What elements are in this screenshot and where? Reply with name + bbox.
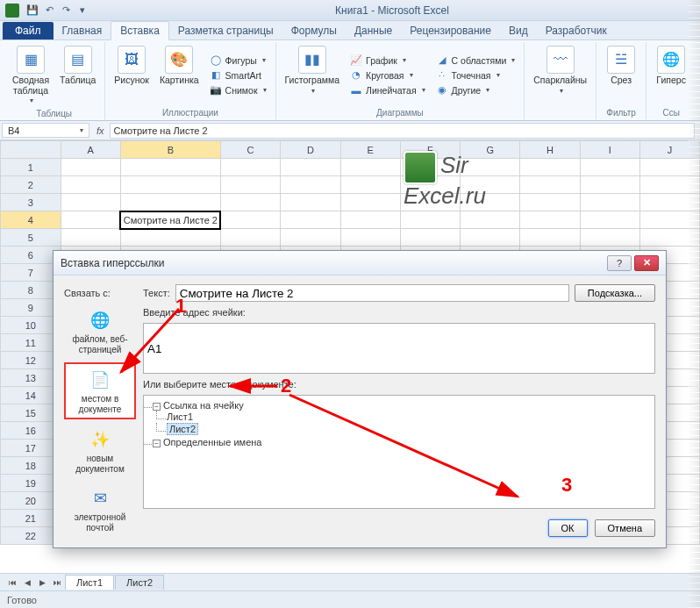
- row-header[interactable]: 22: [1, 527, 61, 545]
- cell[interactable]: [61, 159, 120, 176]
- tree-collapse-icon[interactable]: −: [153, 440, 161, 447]
- row-header[interactable]: 20: [1, 492, 61, 510]
- cell[interactable]: [580, 211, 639, 229]
- tab-formulas[interactable]: Формулы: [282, 22, 346, 39]
- cell[interactable]: [580, 194, 639, 211]
- cell[interactable]: [639, 229, 699, 247]
- column-header[interactable]: D: [281, 141, 340, 159]
- shapes-button[interactable]: ◯Фигуры▾: [206, 54, 270, 68]
- cell[interactable]: [400, 176, 460, 194]
- cell[interactable]: [400, 229, 460, 247]
- tree-sheet1[interactable]: Лист1: [167, 411, 649, 423]
- cell[interactable]: [61, 176, 120, 194]
- tree-collapse-icon[interactable]: −: [153, 403, 161, 411]
- cell[interactable]: [281, 194, 340, 211]
- tab-review[interactable]: Рецензирование: [401, 22, 500, 39]
- cell[interactable]: [61, 229, 120, 247]
- screentip-button[interactable]: Подсказка...: [575, 284, 655, 302]
- pie-chart-button[interactable]: ◔Круговая▾: [346, 68, 429, 82]
- formula-input[interactable]: Смотрите на Листе 2: [110, 123, 695, 139]
- cell[interactable]: Смотрите на Листе 2: [120, 211, 220, 229]
- cell[interactable]: [461, 194, 520, 211]
- tree-defined-names[interactable]: −Определенные имена: [153, 436, 649, 448]
- row-header[interactable]: 7: [1, 264, 61, 282]
- tab-view[interactable]: Вид: [500, 22, 537, 39]
- nav-place-in-doc[interactable]: 📄 местом в документе: [64, 362, 136, 419]
- cell[interactable]: [220, 159, 280, 176]
- picture-button[interactable]: 🖼 Рисунок: [111, 44, 153, 106]
- sheet-nav-next[interactable]: ▶: [35, 576, 49, 590]
- save-icon[interactable]: 💾: [25, 4, 39, 18]
- cell[interactable]: [281, 229, 340, 247]
- tab-page-layout[interactable]: Разметка страницы: [169, 22, 282, 39]
- cell[interactable]: [120, 159, 220, 176]
- cell[interactable]: [520, 211, 580, 229]
- qat-dropdown-icon[interactable]: ▾: [75, 4, 89, 18]
- row-header[interactable]: 15: [1, 404, 61, 422]
- display-text-input[interactable]: [175, 284, 569, 302]
- cell[interactable]: [340, 159, 400, 176]
- sheet-nav-last[interactable]: ⏭: [50, 576, 64, 590]
- tab-file[interactable]: Файл: [3, 22, 54, 39]
- cell[interactable]: [340, 211, 400, 229]
- clipart-button[interactable]: 🎨 Картинка: [156, 44, 203, 106]
- column-header[interactable]: J: [639, 141, 699, 159]
- cell[interactable]: [461, 229, 520, 247]
- row-header[interactable]: 3: [1, 194, 61, 211]
- hyperlink-button[interactable]: 🌐 Гиперс: [652, 44, 690, 106]
- column-header[interactable]: F: [400, 141, 460, 159]
- column-header[interactable]: H: [520, 141, 580, 159]
- row-header[interactable]: 5: [1, 229, 61, 247]
- cell[interactable]: [340, 176, 400, 194]
- slicer-button[interactable]: ☱ Срез: [602, 44, 640, 106]
- nav-email[interactable]: ✉ электронной почтой: [64, 482, 136, 537]
- cell[interactable]: [520, 194, 580, 211]
- bar-chart-button[interactable]: ▬Линейчатая▾: [346, 83, 429, 97]
- tab-insert[interactable]: Вставка: [111, 21, 169, 40]
- column-chart-button[interactable]: ▮▮ Гистограмма ▾: [282, 44, 344, 106]
- cell[interactable]: [281, 176, 340, 194]
- row-header[interactable]: 16: [1, 422, 61, 440]
- cell[interactable]: [120, 229, 220, 247]
- cell[interactable]: [639, 159, 699, 176]
- other-charts-button[interactable]: ◉Другие▾: [432, 83, 519, 97]
- cell[interactable]: [220, 229, 280, 247]
- cell[interactable]: [340, 229, 400, 247]
- row-header[interactable]: 18: [1, 457, 61, 475]
- cell-address-input[interactable]: [143, 323, 655, 374]
- smartart-button[interactable]: ◧SmartArt: [206, 68, 270, 82]
- sheet-tab-1[interactable]: Лист1: [65, 575, 114, 590]
- line-chart-button[interactable]: 📈График▾: [346, 54, 429, 68]
- fx-icon[interactable]: fx: [96, 125, 104, 136]
- cell[interactable]: [580, 229, 639, 247]
- row-header[interactable]: 13: [1, 369, 61, 387]
- cell[interactable]: [120, 194, 220, 211]
- area-chart-button[interactable]: ◢С областями▾: [432, 54, 519, 68]
- cell[interactable]: [520, 159, 580, 176]
- tree-sheet2[interactable]: Лист2: [167, 423, 649, 435]
- cell[interactable]: [61, 194, 120, 211]
- row-header[interactable]: 14: [1, 387, 61, 404]
- tab-developer[interactable]: Разработчик: [537, 22, 616, 39]
- cell[interactable]: [461, 211, 520, 229]
- nav-new-doc[interactable]: ✨ новым документом: [64, 423, 136, 478]
- cell[interactable]: [400, 159, 460, 176]
- cell[interactable]: [461, 159, 520, 176]
- scatter-chart-button[interactable]: ∴Точечная▾: [432, 68, 519, 82]
- dialog-close-button[interactable]: ✕: [634, 255, 659, 271]
- column-header[interactable]: C: [220, 141, 280, 159]
- dialog-titlebar[interactable]: Вставка гиперссылки ? ✕: [54, 251, 666, 275]
- cell[interactable]: [580, 159, 639, 176]
- tab-home[interactable]: Главная: [54, 22, 111, 39]
- cell[interactable]: [120, 176, 220, 194]
- cell[interactable]: [580, 176, 639, 194]
- sparklines-button[interactable]: 〰 Спарклайны ▾: [530, 44, 590, 106]
- column-header[interactable]: B: [120, 141, 220, 159]
- cell[interactable]: [281, 211, 340, 229]
- cell[interactable]: [220, 194, 280, 211]
- cell[interactable]: [220, 176, 280, 194]
- row-header[interactable]: 17: [1, 440, 61, 457]
- tree-root[interactable]: −Ссылка на ячейку Лист1 Лист2: [153, 399, 649, 436]
- row-header[interactable]: 1: [1, 159, 61, 176]
- screenshot-button[interactable]: 📷Снимок▾: [206, 83, 270, 97]
